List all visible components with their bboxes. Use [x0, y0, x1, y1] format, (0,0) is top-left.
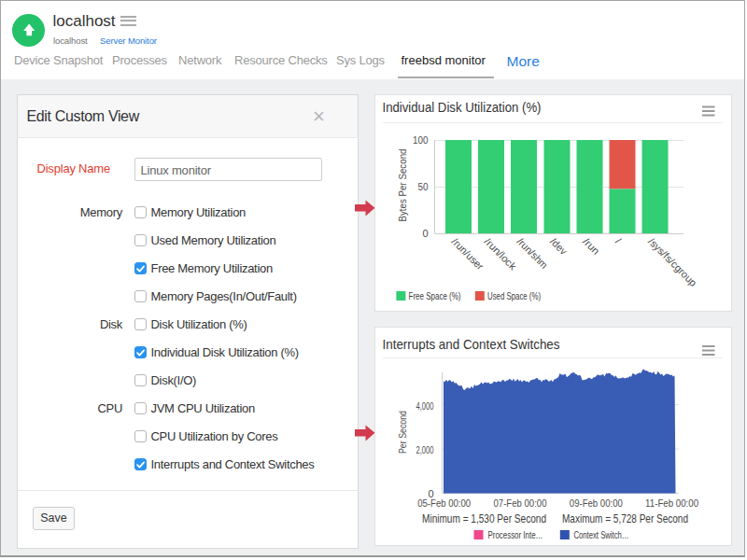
svg-text:Processor Inte…: Processor Inte…	[488, 529, 543, 540]
svg-text:05-Feb 00:00: 05-Feb 00:00	[417, 497, 471, 509]
svg-text:09-Feb 00:00: 09-Feb 00:00	[570, 497, 623, 509]
svg-text:4,000: 4,000	[416, 400, 434, 412]
svg-text:50: 50	[418, 181, 429, 192]
svg-text:100: 100	[413, 134, 429, 146]
svg-text:Free Space (%): Free Space (%)	[409, 290, 461, 301]
svg-text:/sys/fs/cgroup: /sys/fs/cgroup	[646, 235, 699, 288]
svg-text:/run/user: /run/user	[450, 235, 486, 272]
svg-text:Interrupts and Context Switche: Interrupts and Context Switches	[383, 336, 560, 352]
svg-text:/run/lock: /run/lock	[483, 235, 519, 272]
svg-text:/run: /run	[581, 235, 602, 257]
svg-text:Context Switch…: Context Switch…	[574, 529, 629, 540]
svg-text:/run/shm: /run/shm	[515, 235, 550, 270]
svg-text:Individual Disk Utilization (%: Individual Disk Utilization (%)	[383, 99, 542, 115]
svg-text:2,000: 2,000	[416, 444, 434, 455]
svg-text:Maximum = 5,728 Per Second: Maximum = 5,728 Per Second	[562, 511, 688, 525]
svg-text:07-Feb 00:00: 07-Feb 00:00	[494, 497, 547, 509]
svg-text:0: 0	[422, 228, 428, 239]
svg-text:/dev: /dev	[548, 235, 570, 257]
svg-text:11-Feb 00:00: 11-Feb 00:00	[645, 497, 698, 509]
svg-text:/: /	[613, 235, 624, 245]
svg-text:Per Second: Per Second	[397, 411, 408, 454]
svg-text:Minimum = 1,530 Per Second: Minimum = 1,530 Per Second	[422, 511, 546, 525]
svg-text:Used Space (%): Used Space (%)	[487, 290, 541, 301]
svg-text:Bytes Per Second: Bytes Per Second	[397, 149, 408, 222]
